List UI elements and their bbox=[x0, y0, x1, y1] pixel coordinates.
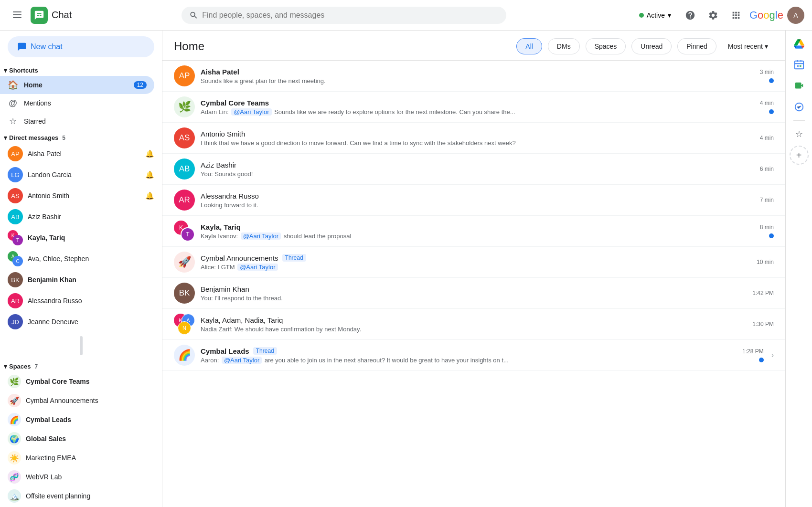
help-button[interactable] bbox=[681, 6, 700, 25]
shortcuts-section-header[interactable]: ▾ Shortcuts bbox=[0, 63, 162, 76]
starred-rail-icon-button[interactable]: ☆ bbox=[790, 125, 809, 144]
search-input[interactable] bbox=[202, 11, 499, 20]
dm-item-jeanne[interactable]: JD Jeanne Deneuve bbox=[0, 311, 162, 332]
filter-unread-button[interactable]: Unread bbox=[631, 38, 672, 54]
chat-avatar-aziz: AB bbox=[174, 158, 195, 180]
chat-list: AP Aisha Patel Sounds like a great plan … bbox=[162, 61, 785, 507]
dm-item-aziz[interactable]: AB Aziz Bashir bbox=[0, 206, 162, 227]
dm-name-landon: Landon Garcia bbox=[28, 171, 140, 179]
dm-name-kayla-tariq: Kayla, Tariq bbox=[28, 234, 154, 242]
status-button[interactable]: Active ▾ bbox=[633, 9, 677, 22]
dm-item-aisha[interactable]: AP Aisha Patel 🔔 bbox=[0, 143, 162, 164]
spaces-label: Spaces bbox=[9, 363, 31, 370]
add-app-button[interactable]: + bbox=[790, 146, 809, 165]
calendar-icon-button[interactable] bbox=[790, 55, 809, 74]
dm-item-benjamin[interactable]: BK Benjamin Khan bbox=[0, 269, 162, 290]
dm-bell-landon[interactable]: 🔔 bbox=[145, 170, 154, 179]
shortcuts-label: Shortcuts bbox=[9, 67, 38, 74]
new-chat-button[interactable]: New chat bbox=[8, 36, 154, 57]
space-name-cymbal-core: Cymbal Core Teams bbox=[26, 378, 90, 385]
topbar-right: Active ▾ Google A bbox=[633, 6, 804, 25]
chat-item-benjamin[interactable]: BK Benjamin Khan You: I'll respond to th… bbox=[162, 278, 785, 309]
space-name-offsite: Offsite event planning bbox=[26, 492, 90, 500]
spaces-section-header[interactable]: ▾ Spaces 7 bbox=[0, 359, 162, 372]
chat-time-aziz: 6 min bbox=[760, 166, 774, 172]
sidebar-item-cymbal-leads[interactable]: 🌈 Cymbal Leads bbox=[0, 410, 162, 429]
space-name-cymbal-announcements: Cymbal Announcements bbox=[26, 397, 98, 404]
chat-meta-benjamin: 1:42 PM bbox=[752, 290, 774, 296]
filter-pinned-button[interactable]: Pinned bbox=[677, 38, 716, 54]
sidebar-item-webvr[interactable]: 🧬 WebVR Lab bbox=[0, 467, 162, 486]
chat-item-aziz[interactable]: AB Aziz Bashir You: Sounds good! 6 min bbox=[162, 154, 785, 185]
chevron-down-icon: ▾ bbox=[668, 11, 671, 19]
mentions-label: Mentions bbox=[24, 99, 147, 107]
chat-item-cymbal-announcements[interactable]: 🚀 Cymbal Announcements Thread Alice: LGT… bbox=[162, 247, 785, 278]
sidebar-item-cymbal-core[interactable]: 🌿 Cymbal Core Teams bbox=[0, 372, 162, 391]
chat-item-kayla-adam-nadia-tariq[interactable]: K A N Kayla, Adam, Nadia, Tariq Nadia Za… bbox=[162, 309, 785, 340]
thread-tag-cymbal-announcements: Thread bbox=[282, 254, 306, 262]
dm-item-antonio[interactable]: AS Antonio Smith 🔔 bbox=[0, 185, 162, 206]
sidebar-item-marketing[interactable]: ☀️ Marketing EMEA bbox=[0, 448, 162, 467]
sidebar-item-global-sales[interactable]: 🌍 Global Sales bbox=[0, 429, 162, 448]
sort-button[interactable]: Most recent ▾ bbox=[722, 39, 774, 54]
filter-spaces-button[interactable]: Spaces bbox=[586, 38, 626, 54]
chat-name-antonio: Antonio Smith bbox=[201, 130, 245, 138]
chat-time-aisha: 3 min bbox=[760, 69, 774, 75]
dm-section-header[interactable]: ▾ Direct messages 5 bbox=[0, 130, 162, 143]
chat-item-aisha-patel[interactable]: AP Aisha Patel Sounds like a great plan … bbox=[162, 61, 785, 92]
new-chat-icon bbox=[17, 42, 27, 52]
dm-bell-antonio[interactable]: 🔔 bbox=[145, 191, 154, 200]
user-avatar[interactable]: A bbox=[787, 7, 804, 24]
space-name-cymbal-leads: Cymbal Leads bbox=[26, 416, 71, 423]
main-layout: New chat ▾ Shortcuts 🏠 Home 12 @ Mention… bbox=[0, 31, 812, 507]
sidebar-item-cymbal-announcements[interactable]: 🚀 Cymbal Announcements bbox=[0, 391, 162, 410]
tasks-icon-button[interactable] bbox=[790, 97, 809, 116]
topbar-left: Chat bbox=[8, 6, 170, 25]
hamburger-menu-button[interactable] bbox=[8, 6, 27, 25]
chat-name-benjamin: Benjamin Khan bbox=[201, 285, 249, 293]
unread-dot-cymbal-core bbox=[769, 109, 774, 114]
sidebar-item-mentions[interactable]: @ Mentions bbox=[0, 94, 154, 112]
starred-icon: ☆ bbox=[8, 116, 18, 127]
sidebar-item-offsite[interactable]: 🏔️ Offsite event planning bbox=[0, 486, 162, 506]
chat-meta-kayla-adam: 1:30 PM bbox=[752, 321, 774, 327]
dm-bell-aisha[interactable]: 🔔 bbox=[145, 149, 154, 158]
dm-avatar-alessandra: AR bbox=[8, 293, 23, 308]
space-icon-cymbal-announcements: 🚀 bbox=[8, 394, 21, 407]
chat-item-alessandra[interactable]: AR Alessandra Russo Looking forward to i… bbox=[162, 185, 785, 216]
dm-item-landon[interactable]: LG Landon Garcia 🔔 bbox=[0, 164, 162, 185]
chat-name-alessandra: Alessandra Russo bbox=[201, 192, 259, 200]
apps-button[interactable] bbox=[727, 6, 746, 25]
chat-preview-benjamin: You: I'll respond to the thread. bbox=[201, 295, 573, 302]
chat-item-cymbal-core[interactable]: 🌿 Cymbal Core Teams Adam Lin: @Aari Tayl… bbox=[162, 92, 785, 123]
dm-name-aziz: Aziz Bashir bbox=[28, 213, 154, 221]
filter-dms-button[interactable]: DMs bbox=[548, 38, 580, 54]
drive-icon-button[interactable] bbox=[790, 34, 809, 53]
space-name-marketing: Marketing EMEA bbox=[26, 454, 76, 462]
chat-avatar-alessandra: AR bbox=[174, 190, 195, 211]
chat-meta-kayla-tariq: 8 min bbox=[760, 224, 774, 238]
thread-tag-cymbal-leads: Thread bbox=[253, 347, 277, 355]
sidebar-item-starred[interactable]: ☆ Starred bbox=[0, 112, 154, 130]
chat-item-kayla-tariq[interactable]: K T Kayla, Tariq Kayla Ivanov: @Aari Tay… bbox=[162, 216, 785, 247]
mention-chip-leads: @Aari Taylor bbox=[222, 357, 262, 364]
search-box[interactable] bbox=[182, 7, 506, 24]
mention-chip: @Aari Taylor bbox=[231, 108, 271, 116]
meet-icon-button[interactable] bbox=[790, 76, 809, 95]
chat-item-antonio[interactable]: AS Antonio Smith I think that we have a … bbox=[162, 123, 785, 154]
home-label: Home bbox=[24, 81, 128, 89]
chat-time-kayla-adam: 1:30 PM bbox=[752, 321, 774, 327]
unread-dot-aisha bbox=[769, 78, 774, 83]
dm-item-kayla-tariq[interactable]: K T Kayla, Tariq bbox=[0, 227, 162, 248]
filter-all-button[interactable]: All bbox=[516, 38, 542, 54]
mentions-icon: @ bbox=[8, 98, 18, 108]
settings-button[interactable] bbox=[704, 6, 723, 25]
chat-time-benjamin: 1:42 PM bbox=[752, 290, 774, 296]
chat-time-alessandra: 7 min bbox=[760, 197, 774, 203]
dm-avatar-jeanne: JD bbox=[8, 314, 23, 329]
dm-item-alessandra[interactable]: AR Alessandra Russo bbox=[0, 290, 162, 311]
spaces-count: 7 bbox=[35, 363, 38, 370]
dm-item-ava-group[interactable]: A C Ava, Chloe, Stephen bbox=[0, 248, 162, 269]
sidebar-item-home[interactable]: 🏠 Home 12 bbox=[0, 76, 154, 94]
chat-item-cymbal-leads[interactable]: 🌈 Cymbal Leads Thread Aaron: @Aari Taylo… bbox=[162, 340, 785, 371]
